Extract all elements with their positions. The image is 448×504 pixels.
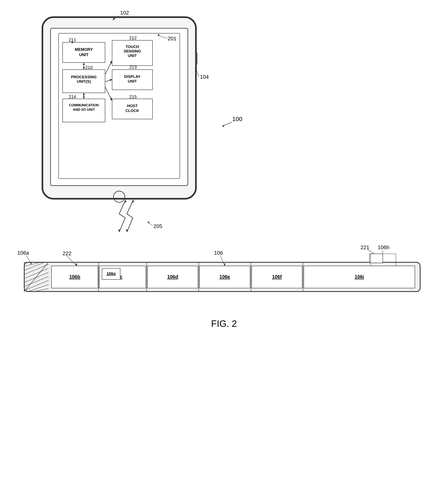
svg-text:106g: 106g [106, 271, 116, 276]
svg-rect-9 [63, 99, 105, 122]
svg-line-67 [127, 218, 133, 232]
svg-text:106i: 106i [355, 274, 364, 279]
svg-marker-44 [195, 69, 197, 71]
svg-line-111 [368, 250, 374, 254]
svg-text:106c: 106c [112, 274, 122, 279]
svg-rect-6 [112, 40, 153, 66]
svg-marker-38 [113, 18, 115, 20]
svg-text:211: 211 [69, 37, 76, 42]
svg-text:UNIT(S): UNIT(S) [77, 79, 91, 84]
svg-line-62 [119, 218, 125, 232]
svg-rect-98 [304, 266, 415, 288]
svg-marker-63 [124, 200, 126, 202]
svg-rect-0 [42, 17, 196, 199]
svg-rect-81 [52, 266, 98, 288]
diagram-container: MEMORY UNIT TOUCH SENSING UNIT PROCESSIN… [0, 0, 448, 504]
svg-text:UNIT: UNIT [79, 53, 89, 57]
svg-line-60 [119, 200, 126, 214]
svg-rect-8 [112, 70, 153, 90]
svg-marker-68 [132, 200, 134, 202]
svg-line-43 [196, 69, 199, 77]
svg-line-73 [24, 262, 44, 270]
svg-marker-109 [223, 264, 225, 266]
svg-line-34 [105, 87, 112, 101]
svg-text:106d: 106d [167, 274, 178, 279]
svg-marker-26 [83, 67, 85, 70]
svg-marker-69 [126, 230, 128, 232]
svg-marker-25 [83, 63, 85, 65]
svg-rect-89 [147, 266, 198, 288]
svg-text:106h: 106h [378, 244, 390, 250]
svg-marker-28 [83, 93, 85, 95]
svg-text:106: 106 [214, 250, 223, 256]
svg-point-2 [114, 191, 125, 202]
svg-marker-56 [222, 125, 224, 127]
svg-rect-3 [195, 53, 197, 65]
svg-line-74 [24, 264, 48, 274]
svg-rect-92 [199, 266, 250, 288]
svg-text:UNIT: UNIT [128, 54, 137, 58]
svg-marker-59 [147, 221, 150, 224]
svg-text:221: 221 [361, 244, 369, 250]
svg-marker-64 [118, 230, 120, 232]
fig-caption: FIG. 2 [211, 318, 237, 329]
svg-line-58 [147, 222, 153, 226]
svg-text:215: 215 [129, 94, 137, 99]
svg-line-72 [24, 262, 40, 266]
svg-text:HOST: HOST [127, 104, 138, 108]
svg-marker-35 [110, 97, 112, 101]
svg-text:214: 214 [69, 94, 76, 99]
svg-text:DISPLAY: DISPLAY [124, 74, 141, 79]
svg-marker-47 [72, 42, 74, 44]
svg-line-55 [222, 122, 232, 126]
svg-line-65 [127, 200, 133, 214]
svg-text:AND I/O UNIT: AND I/O UNIT [73, 108, 95, 111]
svg-marker-112 [372, 252, 374, 254]
svg-text:102: 102 [120, 10, 129, 16]
svg-text:201: 201 [168, 36, 176, 42]
svg-line-105 [67, 256, 77, 266]
svg-line-40 [157, 35, 167, 38]
svg-rect-10 [112, 99, 153, 119]
svg-rect-1 [51, 28, 188, 186]
svg-text:213: 213 [129, 65, 137, 70]
svg-text:100: 100 [232, 116, 242, 122]
svg-text:SENSING: SENSING [124, 49, 141, 53]
svg-text:106b: 106b [69, 274, 80, 279]
svg-line-66 [127, 214, 133, 218]
svg-text:210: 210 [85, 65, 93, 70]
svg-marker-71 [24, 262, 48, 291]
svg-line-108 [220, 255, 225, 266]
svg-rect-70 [24, 262, 420, 291]
svg-line-61 [119, 214, 125, 218]
svg-line-46 [71, 41, 74, 42]
svg-text:205: 205 [154, 223, 162, 229]
svg-text:104: 104 [200, 74, 209, 80]
svg-line-49 [132, 39, 133, 40]
svg-marker-29 [83, 96, 85, 99]
svg-rect-4 [58, 33, 180, 179]
svg-text:UNIT: UNIT [128, 79, 137, 83]
svg-rect-86 [102, 268, 120, 279]
svg-line-30 [105, 60, 112, 75]
svg-line-80 [34, 288, 48, 291]
svg-text:106a: 106a [17, 250, 29, 256]
svg-line-76 [24, 272, 48, 283]
svg-line-32 [105, 80, 112, 82]
svg-text:212: 212 [129, 35, 137, 40]
svg-marker-106 [75, 264, 77, 266]
svg-rect-95 [252, 266, 302, 288]
svg-text:TOUCH: TOUCH [125, 45, 139, 49]
svg-text:PROCESSING: PROCESSING [71, 75, 97, 79]
svg-line-37 [113, 16, 119, 20]
svg-marker-31 [110, 60, 112, 64]
svg-text:106f: 106f [272, 274, 282, 279]
svg-line-78 [24, 280, 48, 290]
svg-text:COMMUNICATION: COMMUNICATION [69, 103, 99, 107]
svg-marker-103 [30, 262, 32, 264]
svg-text:CLOCK: CLOCK [125, 108, 139, 113]
svg-line-75 [24, 268, 48, 278]
svg-rect-100 [370, 254, 383, 263]
svg-line-102 [26, 255, 31, 264]
svg-text:MEMORY: MEMORY [75, 47, 93, 52]
